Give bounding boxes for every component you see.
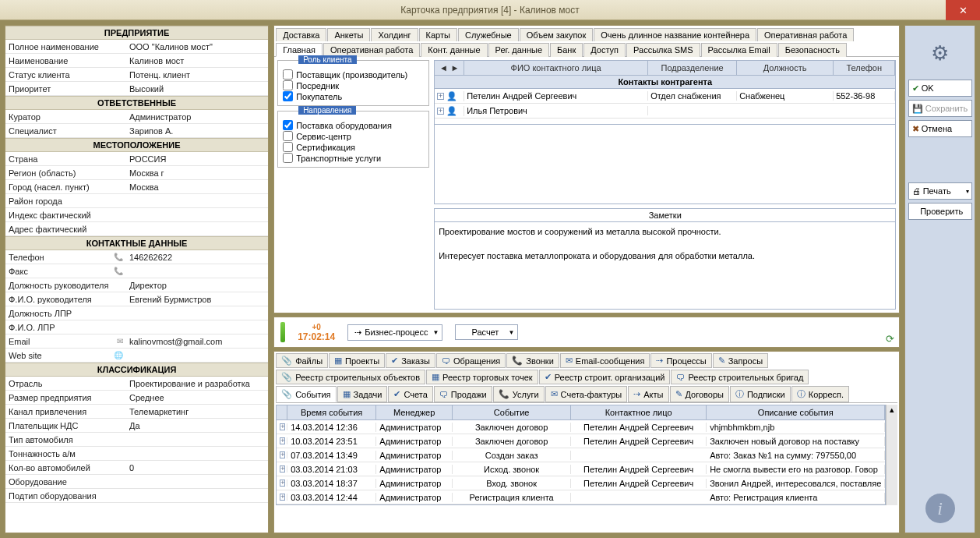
property-value[interactable]: РОССИЯ <box>126 154 268 164</box>
event-row[interactable]: +03.03.2014 18:37АдминистраторВход. звон… <box>277 476 885 490</box>
business-process-button[interactable]: ⇢ Бизнес-процесс▼ <box>347 324 442 341</box>
contact-row[interactable]: +👤Петелин Андрей СергеевичОтдел снабжени… <box>435 89 895 104</box>
checkbox[interactable] <box>283 131 293 141</box>
property-value[interactable]: Москва г <box>126 168 268 178</box>
tab-доставка[interactable]: Доставка <box>276 28 326 41</box>
property-row[interactable]: Тоннажность а/м <box>5 447 268 461</box>
property-value[interactable]: Директор <box>126 281 268 290</box>
property-row[interactable]: Размер предприятияСреднее <box>5 391 268 405</box>
expand-icon[interactable]: + <box>280 437 285 444</box>
tab-объем-закупок[interactable]: Объем закупок <box>520 28 594 41</box>
icon-tab[interactable]: 📞Звонки <box>506 353 559 368</box>
checkbox-row[interactable]: Поставщик (производитель) <box>283 69 424 80</box>
property-row[interactable]: Ф.И.О. ЛПР <box>5 320 268 334</box>
tab-конт.-данные[interactable]: Конт. данные <box>421 43 487 57</box>
icon-tab[interactable]: 🗨Обращения <box>436 353 506 368</box>
property-row[interactable]: Район города <box>5 194 268 208</box>
events-grid[interactable]: +14.03.2014 12:36АдминистраторЗаключен д… <box>276 420 886 505</box>
checkbox-row[interactable]: Покупатель <box>283 91 424 101</box>
property-row[interactable]: Ф.И.О. руководителяЕвгений Бурмистров <box>5 292 268 306</box>
property-row[interactable]: Кол-во автомобилей0 <box>5 461 268 475</box>
icon-tab[interactable]: ✎Договоры <box>670 386 729 402</box>
tab-безопасность[interactable]: Безопасность <box>778 43 847 57</box>
property-row[interactable]: Канал привлеченияТелемаркетинг <box>5 405 268 419</box>
property-row[interactable]: Город (насел. пункт)Москва <box>5 180 268 194</box>
chevron-left-icon[interactable]: ◄ <box>439 63 448 73</box>
tab-банк[interactable]: Банк <box>550 43 583 57</box>
gear-icon[interactable]: ⚙ <box>931 41 949 65</box>
contacts-nav-icons[interactable]: ◄ ► <box>435 61 464 75</box>
property-value[interactable]: 0 <box>126 463 268 473</box>
property-value[interactable]: kalinovmost@gmail.com <box>126 337 268 346</box>
ok-button[interactable]: ✔OK <box>908 80 972 97</box>
property-row[interactable]: Регион (область)Москва г <box>5 166 268 180</box>
property-value[interactable]: Да <box>126 421 268 430</box>
event-row[interactable]: +07.03.2014 13:49АдминистраторСоздан зак… <box>277 448 885 462</box>
property-value[interactable]: Проектирование и разработка <box>126 379 268 388</box>
icon-tab[interactable]: 📞Услуги <box>493 386 545 402</box>
expand-icon[interactable]: + <box>280 480 285 487</box>
tab-рассылка-sms[interactable]: Рассылка SMS <box>626 43 700 57</box>
tab-служебные[interactable]: Служебные <box>458 28 519 41</box>
tab-очень-длинное-название-контейнера[interactable]: Очень длинное название контейнера <box>594 28 756 41</box>
property-row[interactable]: Телефон📞146262622 <box>5 250 268 264</box>
expand-icon[interactable]: + <box>280 423 285 430</box>
checkbox[interactable] <box>283 142 293 152</box>
checkbox[interactable] <box>283 80 293 90</box>
expand-icon[interactable]: + <box>437 108 444 115</box>
property-value[interactable]: Евгений Бурмистров <box>126 295 268 304</box>
checkbox-row[interactable]: Транспортные услуги <box>283 153 424 163</box>
property-row[interactable]: Тип автомобиля <box>5 433 268 447</box>
tab-карты[interactable]: Карты <box>419 28 457 41</box>
expand-icon[interactable]: + <box>280 465 285 473</box>
event-row[interactable]: +10.03.2014 23:51АдминистраторЗаключен д… <box>277 434 885 448</box>
expand-icon[interactable]: + <box>437 93 444 100</box>
contacts-col-tel[interactable]: Телефон <box>834 61 895 75</box>
events-col-desc[interactable]: Описание события <box>707 405 885 419</box>
property-row[interactable]: Должность ЛПР <box>5 306 268 320</box>
icon-tab[interactable]: 🗨Продажи <box>434 386 492 402</box>
checkbox-row[interactable]: Сервис-центр <box>283 131 424 141</box>
property-value[interactable]: Администратор <box>126 112 268 122</box>
icon-tab[interactable]: 🗨Реестр строительных бригад <box>671 370 809 384</box>
contacts-col-fio[interactable]: ФИО контактного лица <box>464 61 648 75</box>
icon-tab[interactable]: ✉Email-сообщения <box>560 353 650 368</box>
property-row[interactable]: СтранаРОССИЯ <box>5 152 268 166</box>
refresh-icon[interactable]: ⟳ <box>886 333 894 345</box>
checkbox[interactable] <box>283 91 293 101</box>
icon-tab[interactable]: ⓘКорресп. <box>791 386 849 402</box>
property-row[interactable]: Должность руководителяДиректор <box>5 278 268 292</box>
property-row[interactable]: Web site🌐 <box>5 349 268 363</box>
event-row[interactable]: +03.03.2014 12:44АдминистраторРегистраци… <box>277 490 885 504</box>
checkbox-row[interactable]: Посредник <box>283 80 424 90</box>
icon-tab[interactable]: ✉Счета-фактуры <box>545 386 628 402</box>
info-icon[interactable]: i <box>925 494 955 523</box>
events-col-event[interactable]: Событие <box>453 405 571 419</box>
property-value[interactable]: 146262622 <box>126 253 268 262</box>
checkbox[interactable] <box>283 69 293 80</box>
property-row[interactable]: Статус клиентаПотенц. клиент <box>5 68 268 82</box>
property-value[interactable]: ООО "Калинов мост" <box>126 42 268 51</box>
tab-рассылка-email[interactable]: Рассылка Email <box>701 43 777 57</box>
events-col-time[interactable]: Время события <box>287 405 376 419</box>
property-value[interactable]: Телемаркетинг <box>126 407 268 416</box>
property-row[interactable]: Оборудование <box>5 475 268 489</box>
tab-анкеты[interactable]: Анкеты <box>327 28 370 41</box>
icon-tab[interactable]: 📎Реестр строительных объектов <box>276 370 425 384</box>
property-value[interactable]: Среднее <box>126 393 268 402</box>
property-value[interactable]: Калинов мост <box>126 56 268 65</box>
icon-tab[interactable]: ▦Задачи <box>337 386 388 402</box>
icon-tab[interactable]: ⇢Акты <box>628 386 668 402</box>
icon-tab[interactable]: ✔Заказы <box>386 353 435 368</box>
icon-tab[interactable]: ⇢Процессы <box>650 353 711 368</box>
icon-tab[interactable]: ✔Реестр строит. организаций <box>539 370 671 384</box>
notes-textarea[interactable]: Проектирование мостов и сооружений из ме… <box>434 221 896 310</box>
event-row[interactable]: +14.03.2014 12:36АдминистраторЗаключен д… <box>277 420 885 434</box>
property-value[interactable]: Москва <box>126 182 268 192</box>
property-row[interactable]: Подтип оборудования <box>5 489 268 503</box>
expand-icon[interactable]: + <box>280 451 285 458</box>
checkbox-row[interactable]: Поставка оборудования <box>283 120 424 130</box>
property-row[interactable]: Факс📞 <box>5 264 268 278</box>
icon-tab[interactable]: 📎События <box>276 386 336 402</box>
print-button[interactable]: 🖨Печать▾ <box>908 182 972 200</box>
